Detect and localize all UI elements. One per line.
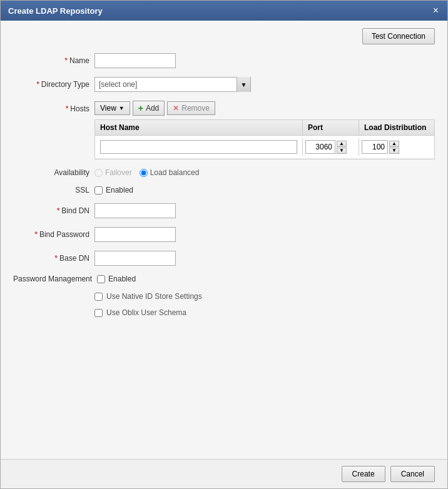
failover-label: Failover [105,168,132,177]
port-input[interactable] [305,140,335,154]
name-required-star: * [64,56,68,65]
hosts-table-header: Host Name Port Load Distribution [95,120,434,136]
create-button[interactable]: Create [342,466,385,482]
ssl-row: SSL Enabled [13,186,435,194]
ssl-enabled-label: Enabled [106,186,133,194]
load-balanced-option[interactable]: Load balanced [140,168,200,177]
loaddist-cell: ▲ ▼ [359,138,434,156]
use-native-id-label: Use Native ID Store Settings [106,292,202,301]
remove-label: Remove [181,104,210,113]
directory-type-select[interactable]: [select one] ▼ [94,77,251,92]
failover-radio[interactable] [94,169,103,177]
view-chevron-icon: ▼ [119,105,125,111]
load-balanced-label: Load balanced [150,168,200,177]
directory-type-label: *Directory Type [13,80,94,89]
availability-label: Availability [13,168,94,177]
directory-type-row: *Directory Type [select one] ▼ [13,77,435,92]
bind-password-label: *Bind Password [13,230,94,239]
bind-password-input[interactable] [94,227,176,242]
close-button[interactable]: × [432,6,440,16]
pw-mgmt-row: Password Management Enabled [13,275,435,283]
hosts-table: Host Name Port Load Distribution ▲ ▼ [94,119,435,159]
table-row: ▲ ▼ ▲ ▼ [95,136,434,159]
port-cell: ▲ ▼ [303,138,359,156]
ssl-enabled-option[interactable]: Enabled [94,186,133,194]
toolbar-row: Test Connection [13,28,435,44]
use-native-id-checkbox[interactable] [94,293,103,301]
hosts-label: *Hosts [13,101,94,113]
port-col-header: Port [303,120,359,135]
hosts-toolbar: View ▼ + Add ✕ Remove [94,101,435,116]
hosts-section: *Hosts View ▼ + Add ✕ Remove [13,101,435,159]
load-dist-col-header: Load Distribution [359,120,434,135]
bind-dn-input[interactable] [94,203,176,218]
failover-option[interactable]: Failover [94,168,132,177]
pw-mgmt-enabled-checkbox[interactable] [97,275,105,283]
pw-mgmt-enabled-option[interactable]: Enabled [97,275,136,283]
view-button[interactable]: View ▼ [94,101,130,115]
base-dn-required-star: * [54,254,58,263]
dir-required-star: * [36,80,39,89]
bind-dn-label: *Bind DN [13,206,94,215]
create-ldap-dialog: Create LDAP Repository × Test Connection… [0,0,448,489]
name-row: *Name [13,53,435,68]
add-label: Add [146,104,159,113]
hostname-input[interactable] [100,140,297,154]
cancel-button[interactable]: Cancel [390,466,435,482]
hostname-cell [95,138,303,156]
base-dn-row: *Base DN [13,251,435,266]
bind-dn-required-star: * [57,206,60,215]
availability-row: Availability Failover Load balanced [13,168,435,177]
use-oblix-option[interactable]: Use Oblix User Schema [94,308,435,317]
loaddist-up-button[interactable]: ▲ [389,141,399,147]
use-native-id-option[interactable]: Use Native ID Store Settings [94,292,435,301]
remove-host-button[interactable]: ✕ Remove [167,101,215,115]
directory-type-value: [select one] [95,77,237,92]
loaddist-spinner: ▲ ▼ [389,141,399,154]
port-spinner: ▲ ▼ [337,141,347,154]
use-oblix-checkbox[interactable] [94,309,103,317]
test-connection-button[interactable]: Test Connection [362,28,435,44]
view-label: View [100,104,116,113]
port-up-button[interactable]: ▲ [337,141,347,147]
directory-type-arrow[interactable]: ▼ [237,77,250,92]
name-label: *Name [13,56,94,65]
dialog-body: Test Connection *Name *Directory Type [s… [1,21,447,459]
port-down-button[interactable]: ▼ [337,148,347,154]
extra-options: Use Native ID Store Settings Use Oblix U… [94,292,435,317]
use-oblix-label: Use Oblix User Schema [106,308,186,317]
name-input[interactable] [94,53,176,68]
add-icon: + [138,103,143,113]
availability-radio-group: Failover Load balanced [94,168,199,177]
bind-pw-required-star: * [34,230,38,239]
bind-password-row: *Bind Password [13,227,435,242]
remove-icon: ✕ [173,104,179,113]
pw-mgmt-label: Password Management [13,275,97,283]
base-dn-label: *Base DN [13,254,94,263]
loaddist-down-button[interactable]: ▼ [389,148,399,154]
load-balanced-radio[interactable] [140,169,148,177]
pw-mgmt-enabled-label: Enabled [108,275,136,283]
add-host-button[interactable]: + Add [133,101,165,116]
ssl-label: SSL [13,186,94,194]
dialog-title: Create LDAP Repository [8,6,103,16]
load-dist-input[interactable] [362,140,388,154]
dialog-footer: Create Cancel [1,459,447,488]
ssl-enabled-checkbox[interactable] [94,186,103,194]
hosts-required-star: * [66,104,69,113]
base-dn-input[interactable] [94,251,176,266]
bind-dn-row: *Bind DN [13,203,435,218]
dialog-titlebar: Create LDAP Repository × [1,1,447,21]
hostname-col-header: Host Name [95,120,303,135]
hosts-content: View ▼ + Add ✕ Remove Host Name [94,101,435,159]
